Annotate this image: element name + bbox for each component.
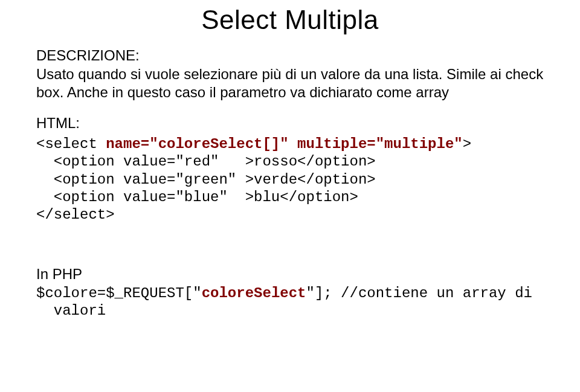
code-text: <select xyxy=(36,136,106,152)
code-text: "]; //contiene un array di xyxy=(306,285,532,301)
slide-content: Select Multipla DESCRIZIONE: Usato quand… xyxy=(0,0,580,320)
code-attr-name: name="coloreSelect[]" xyxy=(106,136,288,152)
code-line: <option value="red" >rosso</option> xyxy=(36,153,376,170)
code-text: > xyxy=(463,136,471,152)
description-label: DESCRIZIONE: xyxy=(36,47,544,64)
code-line: valori xyxy=(36,303,106,319)
php-keyword: coloreSelect xyxy=(202,285,306,301)
code-line: <option value="green" >verde</option> xyxy=(36,172,376,188)
html-label: HTML: xyxy=(36,115,544,132)
code-line: <option value="blue" >blu</option> xyxy=(36,189,358,205)
code-attr-multiple: multiple="multiple" xyxy=(297,136,463,152)
code-text xyxy=(289,136,297,152)
code-line: </select> xyxy=(36,207,115,223)
description-text: Usato quando si vuole selezionare più di… xyxy=(36,65,544,101)
php-label: In PHP xyxy=(36,266,544,283)
code-text: $colore=$_REQUEST[" xyxy=(36,285,202,301)
slide-title: Select Multipla xyxy=(36,5,544,35)
html-code-block: <select name="coloreSelect[]" multiple="… xyxy=(36,135,544,223)
php-code-block: $colore=$_REQUEST["coloreSelect"]; //con… xyxy=(36,285,544,320)
